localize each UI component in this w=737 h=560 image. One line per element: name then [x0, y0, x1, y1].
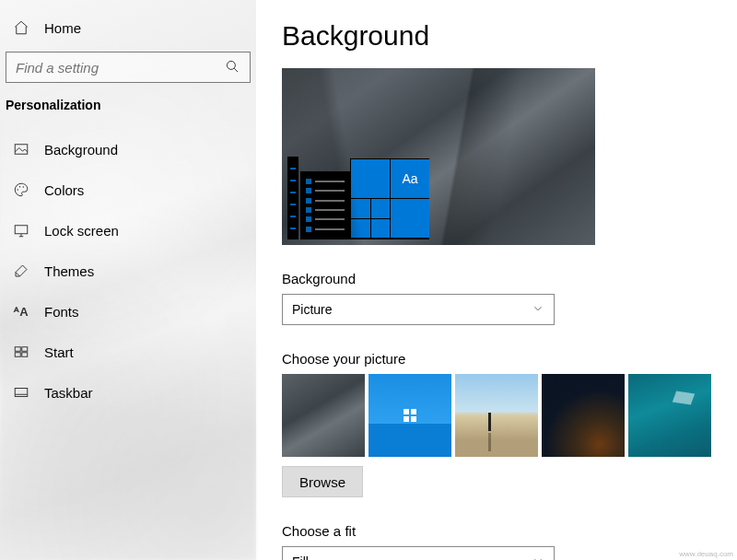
chevron-down-icon: [532, 302, 544, 318]
picture-thumb-4[interactable]: [542, 374, 625, 457]
fit-dropdown-value: Fill: [292, 554, 309, 560]
lock-screen-icon: [13, 222, 29, 239]
search-box[interactable]: [6, 52, 251, 83]
sidebar-item-fonts[interactable]: ᴬA Fonts: [0, 291, 256, 332]
chevron-down-icon: [532, 554, 544, 561]
palette-icon: [13, 181, 29, 198]
svg-rect-8: [15, 353, 20, 357]
svg-rect-7: [22, 347, 28, 352]
picture-thumbnails: [282, 374, 737, 457]
sidebar-item-label: Taskbar: [44, 385, 93, 401]
preview-sample-text: Aa: [391, 159, 429, 198]
sidebar-item-taskbar[interactable]: Taskbar: [0, 372, 256, 413]
home-nav[interactable]: Home: [0, 7, 256, 48]
sidebar-item-start[interactable]: Start: [0, 332, 256, 372]
svg-point-4: [23, 186, 25, 188]
sidebar-item-lock-screen[interactable]: Lock screen: [0, 210, 256, 251]
sidebar: Home Personalization Background: [0, 0, 256, 560]
sidebar-item-background[interactable]: Background: [0, 129, 256, 169]
svg-rect-1: [15, 145, 28, 155]
sidebar-item-themes[interactable]: Themes: [0, 251, 256, 291]
svg-rect-9: [22, 353, 28, 357]
fonts-icon: ᴬA: [13, 305, 29, 319]
svg-rect-6: [15, 347, 20, 352]
search-icon: [224, 58, 240, 77]
preview-start-list: [300, 171, 350, 239]
desktop-preview: Aa: [282, 68, 595, 245]
image-icon: [13, 141, 29, 158]
home-label: Home: [44, 20, 81, 36]
taskbar-icon: [13, 384, 29, 401]
choose-picture-label: Choose your picture: [282, 351, 737, 367]
sidebar-item-label: Start: [44, 344, 74, 360]
picture-thumb-3[interactable]: [455, 374, 538, 457]
content-area: Background Aa Background Picture Choose …: [256, 0, 737, 560]
search-input[interactable]: [16, 60, 224, 76]
background-dropdown[interactable]: Picture: [282, 294, 555, 325]
background-dropdown-value: Picture: [292, 302, 333, 317]
sidebar-item-label: Themes: [44, 263, 94, 279]
svg-point-2: [18, 189, 19, 191]
watermark: www.deuaq.com: [679, 550, 733, 558]
home-icon: [13, 19, 29, 36]
svg-rect-10: [15, 389, 28, 397]
sidebar-item-colors[interactable]: Colors: [0, 169, 256, 210]
sidebar-item-label: Fonts: [44, 304, 79, 320]
svg-point-3: [19, 186, 21, 188]
background-dropdown-label: Background: [282, 271, 737, 286]
paintbrush-icon: [13, 262, 29, 279]
browse-button[interactable]: Browse: [282, 466, 363, 497]
picture-thumb-1[interactable]: [282, 374, 365, 457]
category-heading: Personalization: [0, 88, 256, 122]
preview-taskbar-icon: [287, 157, 298, 239]
picture-thumb-2[interactable]: [368, 374, 451, 457]
svg-rect-5: [15, 226, 28, 234]
start-icon: [13, 344, 29, 360]
fit-dropdown[interactable]: Fill: [282, 546, 555, 560]
svg-point-0: [227, 61, 235, 69]
sidebar-item-label: Lock screen: [44, 223, 119, 239]
page-title: Background: [282, 20, 737, 52]
sidebar-item-label: Background: [44, 142, 118, 158]
picture-thumb-5[interactable]: [628, 374, 711, 457]
choose-fit-label: Choose a fit: [282, 523, 737, 539]
preview-start-tiles: Aa: [350, 158, 429, 239]
sidebar-item-label: Colors: [44, 182, 84, 198]
